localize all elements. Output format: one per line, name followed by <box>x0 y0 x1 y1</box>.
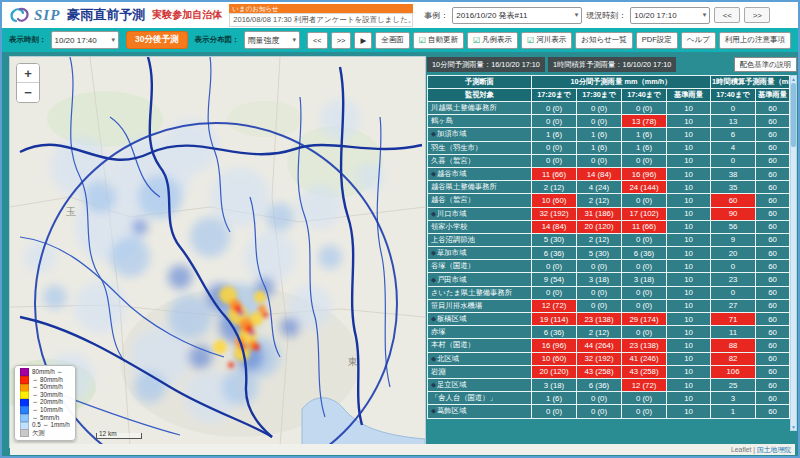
value-cell: 16 (96) <box>532 339 577 352</box>
header: SIP 豪雨直前予測 実験参加自治体 いまのお知らせ 2016/08/08 17… <box>2 2 798 28</box>
table-row[interactable]: 羽生（羽生市）0 (0)1 (6)1 (6)10460 <box>428 141 790 154</box>
value-cell: 4 <box>711 141 756 154</box>
value-cell: 60 <box>756 365 790 378</box>
table-row[interactable]: 岩淵20 (120)43 (258)43 (258)1010660 <box>428 365 790 378</box>
table-row[interactable]: 越谷県土整備事務所2 (12)4 (24)24 (144)103560 <box>428 181 790 194</box>
group-header-1h: 1時間積算予測雨量（mm） <box>711 76 790 89</box>
table-row[interactable]: 上谷沼調節池5 (30)2 (12)0 (0)10960 <box>428 233 790 246</box>
value-cell: 0 (0) <box>532 286 577 299</box>
table-row[interactable]: 鶴ヶ島0 (0)0 (0)13 (78)101360 <box>428 115 790 128</box>
target-header: 予測断面 <box>428 76 532 89</box>
value-cell: 10 <box>667 181 711 194</box>
table-row[interactable]: ◆越谷市域11 (66)14 (84)16 (96)103860 <box>428 167 790 180</box>
value-cell: 11 <box>711 326 756 339</box>
value-cell: 13 (78) <box>622 115 667 128</box>
value-cell: 11 (66) <box>622 220 667 233</box>
color-legend-button[interactable]: 配色基準の説明 <box>734 57 797 72</box>
target-name-cell: 越谷（鷲宮） <box>428 194 532 207</box>
notice-chip: いまのお知らせ <box>229 4 413 13</box>
target-name-cell: ◆草加市域 <box>428 247 532 260</box>
table-row[interactable]: さいたま県土整備事務所0 (0)0 (0)0 (0)10060 <box>428 286 790 299</box>
chip-10min-forecast: 10分間予測雨量：16/10/20 17:10 <box>427 57 545 72</box>
table-row[interactable]: 越谷（鷲宮）10 (60)2 (12)0 (0)106060 <box>428 194 790 207</box>
value-cell: 23 <box>711 273 756 286</box>
gsi-link[interactable]: 国土地理院 <box>757 446 791 453</box>
table-row[interactable]: 「舎人台（国道）」1 (6)0 (0)0 (0)10360 <box>428 392 790 405</box>
terms-button[interactable]: 利用上の注意事項 <box>719 32 791 49</box>
play-button[interactable]: ▶ <box>354 32 372 49</box>
diamond-icon: ◆ <box>431 355 436 362</box>
step-back-button[interactable]: << <box>307 32 328 49</box>
value-cell: 60 <box>756 286 790 299</box>
value-cell: 0 (0) <box>622 405 667 418</box>
scrollbar-up-icon[interactable]: ▲ <box>791 76 796 82</box>
table-row[interactable]: 本村（国道）16 (96)44 (264)23 (138)108860 <box>428 339 790 352</box>
table-row[interactable]: ◆加須市域1 (6)1 (6)1 (6)10660 <box>428 128 790 141</box>
value-cell: 11 (66) <box>532 167 577 180</box>
table-row[interactable]: 久喜（鷲宮）0 (0)0 (0)0 (0)10060 <box>428 154 790 167</box>
target-name-cell: さいたま県土整備事務所 <box>428 286 532 299</box>
table-row[interactable]: 赤塚6 (36)2 (12)0 (0)101160 <box>428 326 790 339</box>
display-time-select[interactable]: 10/20 17:40 ▾ <box>51 31 120 49</box>
pdf-settings-button[interactable]: PDF設定 <box>636 32 678 49</box>
table-row[interactable]: ◆葛飾区域0 (0)0 (0)0 (0)10160 <box>428 405 790 418</box>
value-cell: 0 (0) <box>622 233 667 246</box>
value-cell: 12 (72) <box>532 299 577 312</box>
value-cell: 2 (12) <box>577 194 622 207</box>
value-cell: 1 (6) <box>622 141 667 154</box>
table-row[interactable]: ◆北区域10 (60)32 (192)41 (246)108260 <box>428 352 790 365</box>
fullscreen-button[interactable]: 全画面 <box>375 32 410 49</box>
legend-toggle[interactable]: ☑凡例表示 <box>467 32 518 49</box>
table-row[interactable]: 領家小学校14 (84)20 (120)11 (66)105660 <box>428 220 790 233</box>
chevron-down-icon: ▾ <box>112 36 116 44</box>
value-cell: 0 (0) <box>577 392 622 405</box>
forecast-30min-button[interactable]: 30分後予測 <box>126 31 187 49</box>
table-row[interactable]: ◆足立区域3 (18)6 (36)12 (72)102560 <box>428 378 790 391</box>
table-scrollbar[interactable]: ▲ ▼ <box>790 75 797 431</box>
target-name-cell: 久喜（鷲宮） <box>428 154 532 167</box>
value-cell: 0 (0) <box>622 392 667 405</box>
value-cell: 0 (0) <box>577 405 622 418</box>
value-cell: 1 (6) <box>532 128 577 141</box>
rainfall-legend: 80mm/h ～～ 80mm/h～ 50mm/h～ 30mm/h～ 20mm/h… <box>14 365 76 441</box>
column-header: 17:40まで <box>622 89 667 102</box>
target-name-cell: ◆葛飾区域 <box>428 405 532 418</box>
value-cell: 60 <box>756 220 790 233</box>
auto-update-toggle[interactable]: ☑自動更新 <box>413 32 464 49</box>
map[interactable]: + − 80mm/h ～～ 80mm/h～ 50mm/h～ 30mm/h～ 20… <box>10 57 425 447</box>
table-row[interactable]: 笹目川排水機場12 (72)0 (0)0 (0)102760 <box>428 299 790 312</box>
step-forward-button[interactable]: >> <box>331 32 352 49</box>
table-row[interactable]: 川越県土整備事務所0 (0)0 (0)0 (0)10060 <box>428 102 790 115</box>
value-cell: 3 <box>711 392 756 405</box>
value-cell: 0 <box>711 260 756 273</box>
table-row[interactable]: ◆戸田市域9 (54)3 (18)3 (18)102360 <box>428 273 790 286</box>
main-content: + − 80mm/h ～～ 80mm/h～ 50mm/h～ 30mm/h～ 20… <box>2 52 798 456</box>
sip-logo[interactable]: SIP <box>8 5 60 25</box>
value-cell: 10 <box>667 299 711 312</box>
distribution-select[interactable]: 雨量強度 ▾ <box>244 31 300 49</box>
table-row[interactable]: ◆川口市域32 (192)31 (186)17 (102)109060 <box>428 207 790 220</box>
notice-list-button[interactable]: お知らせ一覧 <box>575 32 633 49</box>
value-cell: 14 (84) <box>577 167 622 180</box>
scrollbar-down-icon[interactable]: ▼ <box>791 424 796 430</box>
river-toggle[interactable]: ☑河川表示 <box>521 32 572 49</box>
chevron-down-icon: ▾ <box>575 11 579 19</box>
scrollbar-thumb[interactable] <box>791 83 796 147</box>
target-name-cell: 本村（国道） <box>428 339 532 352</box>
distribution-value: 雨量強度 <box>248 35 280 46</box>
value-cell: 106 <box>711 365 756 378</box>
value-cell: 10 <box>667 273 711 286</box>
table-row[interactable]: ◆板橋区域19 (114)23 (138)29 (174)107160 <box>428 313 790 326</box>
table-row[interactable]: ◆草加市域6 (36)5 (30)6 (36)102060 <box>428 247 790 260</box>
case-prev-button[interactable]: << <box>714 7 740 23</box>
target-name-cell: ◆北区域 <box>428 352 532 365</box>
zoom-in-button[interactable]: + <box>17 64 39 83</box>
table-row[interactable]: 谷塚（国道）0 (0)0 (0)0 (0)10060 <box>428 260 790 273</box>
case-select[interactable]: 2016/10/20 発表#11 ▾ <box>452 7 582 24</box>
current-time-select[interactable]: 10/20 17:10 ▾ <box>630 7 710 24</box>
map-zoom-control: + − <box>16 63 40 103</box>
help-button[interactable]: ヘルプ <box>681 32 716 49</box>
zoom-out-button[interactable]: − <box>17 83 39 102</box>
case-next-button[interactable]: >> <box>744 7 770 23</box>
value-cell: 10 <box>667 260 711 273</box>
